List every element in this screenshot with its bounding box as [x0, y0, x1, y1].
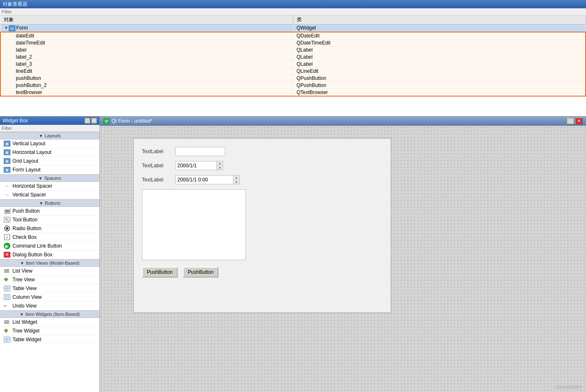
wb-item-radio-button[interactable]: Radio Button — [0, 224, 99, 233]
form-datetimeedit: 2000/1/1 0:00 ▲ ▼ — [175, 175, 240, 184]
inspector-object-name: Form — [16, 25, 28, 31]
form-minimize-button[interactable]: — — [567, 118, 574, 124]
form-widget-inner: TextLabel TextLabel 2000/1/1 ▲ ▼ — [134, 139, 391, 286]
wb-item-label: Command Link Button — [12, 243, 62, 249]
widget-box-restore-button[interactable]: □ — [84, 118, 90, 124]
wb-item-tree-view[interactable]: 🌳 Tree View — [0, 275, 99, 284]
wb-item-label: Column View — [12, 294, 42, 300]
widget-box-title-text: Widget Box — [2, 118, 28, 124]
inspector-object-name: dateTimeEdit — [16, 40, 45, 46]
wb-item-label: Push Button — [12, 208, 40, 214]
widget-box-close-button[interactable]: ✕ — [91, 118, 97, 124]
wb-item-label: List Widget — [12, 319, 37, 325]
wb-item-label: Horizontal Layout — [12, 149, 51, 155]
tree-expand-icon: ▼ — [4, 25, 9, 31]
form-pushbutton-2[interactable]: PushButton — [183, 267, 219, 278]
wb-item-vertical-spacer[interactable]: ↔ Vertical Spacer — [0, 191, 99, 199]
form-datetimeedit-spin[interactable]: ▲ ▼ — [233, 175, 240, 184]
wb-item-list-view[interactable]: List View — [0, 267, 99, 275]
inspector-cell-class: QPushButton — [293, 82, 586, 89]
inspector-cell-class: QDateEdit — [293, 32, 586, 40]
widget-box-filter-label: Filter — [2, 126, 12, 131]
form-row-dateedit: TextLabel 2000/1/1 ▲ ▼ — [142, 161, 382, 170]
inspector-cell-name: label — [0, 46, 293, 53]
inspector-cell-name: lineEdit — [0, 67, 293, 74]
spin-up-button[interactable]: ▲ — [217, 161, 223, 166]
inspector-title-bar: 对象查看器 — [0, 0, 586, 8]
form-textbrowser[interactable] — [142, 189, 246, 260]
inspector-header-row: 对象 类 — [0, 15, 586, 25]
wb-item-icon: ▶ — [3, 243, 11, 249]
form-dateedit-spin[interactable]: ▲ ▼ — [216, 161, 223, 170]
spin-down-button[interactable]: ▼ — [217, 166, 223, 170]
wb-item-tool-button[interactable]: 🔧 Tool Button — [0, 216, 99, 224]
widget-box-title-bar: Widget Box □ ✕ — [0, 117, 99, 125]
object-inspector: 对象查看器 Filter 对象 类 ▼WFormQWidget dateEdit… — [0, 0, 586, 117]
inspector-row[interactable]: pushButton_2QPushButton — [0, 82, 586, 89]
wb-item-label: Dialog Button Box — [12, 252, 52, 258]
wb-item-push-button[interactable]: OK Push Button — [0, 207, 99, 216]
inspector-object-name: pushButton — [16, 75, 41, 81]
form-datetimeedit-value[interactable]: 2000/1/1 0:00 — [175, 175, 233, 184]
form-close-button[interactable]: ✕ — [575, 118, 583, 124]
section-label: Spacers — [44, 176, 61, 181]
wb-item-icon — [3, 285, 11, 292]
form-dateedit-value[interactable]: 2000/1/1 — [175, 161, 217, 170]
inspector-row[interactable]: textBrowserQTextBrowser — [0, 89, 586, 96]
datetime-spin-up[interactable]: ▲ — [233, 176, 239, 180]
wb-section-layouts[interactable]: ▼Layouts — [0, 132, 99, 139]
wb-item-check-box[interactable]: ✓ Check Box — [0, 233, 99, 242]
section-toggle-icon: ▼ — [20, 261, 24, 265]
datetime-spin-down[interactable]: ▼ — [233, 180, 239, 184]
wb-item-label: List View — [12, 268, 32, 274]
wb-section-spacers[interactable]: ▼Spacers — [0, 174, 99, 182]
wb-section-item-views-(model-based)[interactable]: ▼Item Views (Model-Based) — [0, 259, 99, 267]
wb-item-list-widget[interactable]: List Widget — [0, 318, 99, 327]
form-dateedit: 2000/1/1 ▲ ▼ — [175, 161, 223, 170]
wb-item-vertical-layout[interactable]: ▦ Vertical Layout — [0, 139, 99, 148]
inspector-row[interactable]: label_2QLabel — [0, 53, 586, 60]
inspector-row[interactable]: labelQLabel — [0, 46, 586, 53]
form-lineedit-input[interactable] — [175, 147, 225, 156]
wb-item-horizontal-layout[interactable]: ▦ Horizontal Layout — [0, 148, 99, 157]
form-label-3: TextLabel — [142, 177, 175, 183]
wb-item-dialog-button-box[interactable]: ✕ Dialog Button Box — [0, 251, 99, 259]
inspector-object-name: textBrowser — [16, 89, 42, 95]
form-label-1: TextLabel — [142, 149, 175, 154]
wb-item-icon: 🌳 — [3, 276, 11, 283]
wb-item-icon — [3, 225, 11, 232]
inspector-cell-class: QLabel — [293, 46, 586, 53]
wb-item-label: Vertical Layout — [12, 141, 45, 146]
inspector-cell-class: QPushButton — [293, 74, 586, 82]
widget-box-panel: Widget Box □ ✕ Filter ▼Layouts ▦ Vertica… — [0, 117, 100, 392]
wb-item-table-view[interactable]: Table View — [0, 284, 99, 293]
wb-item-tree-widget[interactable]: 🌳 Tree Widget — [0, 327, 99, 335]
inspector-row[interactable]: pushButtonQPushButton — [0, 74, 586, 82]
wb-item-table-widget[interactable]: Table Widget — [0, 335, 99, 344]
wb-item-command-link-button[interactable]: ▶ Command Link Button — [0, 242, 99, 251]
inspector-col-object: 对象 — [0, 15, 293, 25]
widget-box-filter-bar: Filter — [0, 125, 99, 132]
form-pushbutton-1[interactable]: PushButton — [142, 267, 178, 278]
inspector-object-name: label_3 — [16, 61, 32, 67]
widget-box-title-buttons: □ ✕ — [84, 118, 97, 124]
wb-item-icon — [3, 319, 11, 325]
inspector-row[interactable]: label_3QLabel — [0, 60, 586, 67]
wb-section-buttons[interactable]: ▼Buttons — [0, 199, 99, 207]
form-canvas[interactable]: TextLabel TextLabel 2000/1/1 ▲ ▼ — [100, 126, 586, 392]
wb-item-icon — [3, 294, 11, 300]
wb-item-column-view[interactable]: Column View — [0, 293, 99, 302]
inspector-row[interactable]: ▼WFormQWidget — [0, 25, 586, 32]
wb-item-grid-layout[interactable]: ▦ Grid Layout — [0, 157, 99, 166]
wb-item-form-layout[interactable]: ▦ Form Layout — [0, 166, 99, 174]
inspector-row[interactable]: dateTimeEditQDateTimeEdit — [0, 39, 586, 46]
wb-item-icon: ↔ — [3, 183, 11, 189]
inspector-cell-name: label_2 — [0, 53, 293, 60]
wb-section-item-widgets-(item-based)[interactable]: ▼Item Widgets (Item-Based) — [0, 310, 99, 318]
wb-item-icon: ↩ — [3, 303, 11, 309]
wb-item-horizontal-spacer[interactable]: ↔ Horizontal Spacer — [0, 182, 99, 191]
inspector-row[interactable]: lineEditQLineEdit — [0, 67, 586, 74]
wb-item-icon: ✓ — [3, 234, 11, 241]
inspector-row[interactable]: dateEditQDateEdit — [0, 32, 586, 40]
wb-item-undo-view[interactable]: ↩ Undo View — [0, 302, 99, 310]
